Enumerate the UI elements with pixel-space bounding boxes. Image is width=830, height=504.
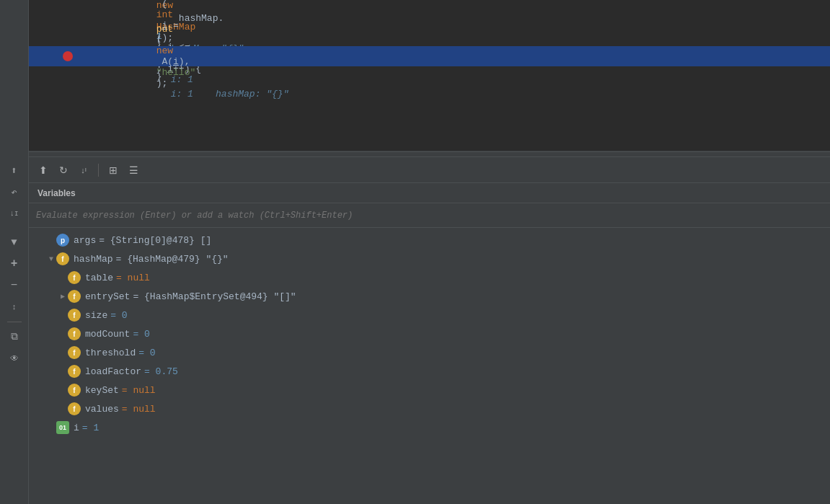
var-icon-threshold: f [68, 346, 81, 359]
restore-layout-button[interactable]: ⬆ [35, 162, 52, 179]
toolbar-divider [98, 164, 99, 177]
var-icon-size: f [68, 309, 81, 322]
var-icon-keySet: f [68, 384, 81, 397]
var-value-table: = null [116, 273, 150, 283]
eval-bar[interactable] [29, 203, 830, 228]
var-value-values: = null [122, 404, 156, 415]
variable-row-values[interactable]: fvalues= null [29, 399, 830, 418]
method-put: put [156, 24, 173, 35]
var-icon-args: p [56, 234, 69, 247]
main-content: HashMap hashMap = new HashMap (); hashMa… [29, 0, 830, 504]
variable-row-hashMap[interactable]: ▼fhashMap= {HashMap@479} "{}" [29, 249, 830, 268]
var-value-size: = 0 [110, 310, 127, 321]
code-editor: HashMap hashMap = new HashMap (); hashMa… [29, 0, 830, 151]
variable-row-i[interactable]: 01i= 1 [29, 418, 830, 437]
var-icon-table: f [68, 271, 81, 284]
expand-all-icon[interactable]: ▼ [4, 232, 25, 252]
navigate-icon[interactable]: ↕ [4, 297, 25, 317]
var-value-modCount: = 0 [133, 329, 149, 340]
var-icon-hashMap: f [56, 252, 69, 265]
variable-row-table[interactable]: ftable= null [29, 268, 830, 287]
code-lines: HashMap hashMap = new HashMap (); hashMa… [29, 0, 830, 92]
eval-input[interactable] [36, 211, 823, 221]
variables-list[interactable]: pargs= {String[0]@478} []▼fhashMap= {Has… [29, 228, 830, 504]
var-icon-loadFactor: f [68, 365, 81, 378]
variable-row-entrySet[interactable]: ▶fentrySet= {HashMap$EntrySet@494} "[]" [29, 287, 830, 306]
var-name-keySet: keySet [85, 385, 119, 396]
add-icon[interactable]: + [4, 254, 25, 274]
var-value-i: = 1 [82, 423, 99, 433]
var-name-size: size [85, 310, 107, 321]
variable-row-keySet[interactable]: fkeySet= null [29, 381, 830, 399]
code-text: hashMap. [156, 13, 224, 24]
var-value-loadFactor: = 0.75 [144, 366, 178, 377]
variable-row-threshold[interactable]: fthreshold= 0 [29, 343, 830, 362]
var-value-hashMap: = {HashMap@479} "{}" [116, 254, 229, 265]
var-name-table: table [85, 273, 113, 283]
var-icon-modCount: f [68, 327, 81, 340]
var-icon-entrySet: f [68, 290, 81, 303]
var-value-threshold: = 0 [138, 348, 155, 358]
var-name-args: args [74, 235, 96, 246]
var-name-loadFactor: loadFactor [85, 366, 141, 377]
variable-row-loadFactor[interactable]: floadFactor= 0.75 [29, 362, 830, 381]
code-line-4: } [29, 66, 830, 87]
var-value-keySet: = null [122, 385, 156, 396]
step-into-icon[interactable]: ↓I [4, 203, 25, 224]
variable-row-size[interactable]: fsize= 0 [29, 306, 830, 324]
copy-icon[interactable]: ⧉ [4, 327, 25, 347]
variable-row-modCount[interactable]: fmodCount= 0 [29, 324, 830, 343]
var-value-entrySet: = {HashMap$EntrySet@494} "[]" [133, 291, 296, 302]
step-back-icon[interactable]: ↶ [4, 182, 25, 202]
code-text: } [156, 71, 162, 82]
var-value-args: = {String[0]@478} [] [99, 235, 211, 246]
var-name-modCount: modCount [85, 329, 130, 340]
step-up-icon[interactable]: ⬆ [4, 160, 25, 180]
var-name-i: i [74, 423, 79, 433]
step-over-button[interactable]: ↻ [55, 162, 72, 179]
var-name-threshold: threshold [85, 348, 136, 358]
variable-row-args[interactable]: pargs= {String[0]@478} [] [29, 231, 830, 249]
remove-icon[interactable]: − [4, 275, 25, 296]
separator [29, 151, 830, 157]
grid-view-button[interactable]: ⊞ [105, 162, 122, 179]
line-gutter-3 [29, 51, 83, 61]
panel-header: Variables [29, 183, 830, 203]
var-icon-values: f [68, 402, 81, 415]
step-into-button[interactable]: ↓I [75, 162, 92, 179]
var-toggle-hashMap[interactable]: ▼ [46, 255, 56, 263]
eye-icon[interactable]: 👁 [4, 348, 25, 368]
panel-title: Variables [37, 188, 76, 198]
var-name-hashMap: hashMap [74, 254, 113, 265]
line-content-4: } [83, 61, 830, 93]
breakpoint-indicator [63, 51, 73, 61]
code-text: ( [156, 35, 162, 45]
variables-panel: Variables pargs= {String[0]@478} []▼fhas… [29, 183, 830, 504]
keyword-new2: new [156, 45, 173, 56]
var-toggle-entrySet[interactable]: ▶ [58, 292, 68, 301]
main-layout: ⬆ ↶ ↓I ▼ + − ↕ ⧉ 👁 Has [0, 0, 830, 504]
var-name-entrySet: entrySet [85, 291, 130, 302]
var-icon-i: 01 [56, 421, 69, 434]
left-sidebar: ⬆ ↶ ↓I ▼ + − ↕ ⧉ 👁 [0, 0, 29, 504]
debug-toolbar: ⬆ ↻ ↓I ⊞ ☰ [29, 157, 830, 183]
line-content-3: hashMap. put ( new A(i), "hello" ); i: 1… [83, 2, 830, 110]
columns-button[interactable]: ☰ [125, 162, 142, 179]
var-name-values: values [85, 404, 119, 415]
